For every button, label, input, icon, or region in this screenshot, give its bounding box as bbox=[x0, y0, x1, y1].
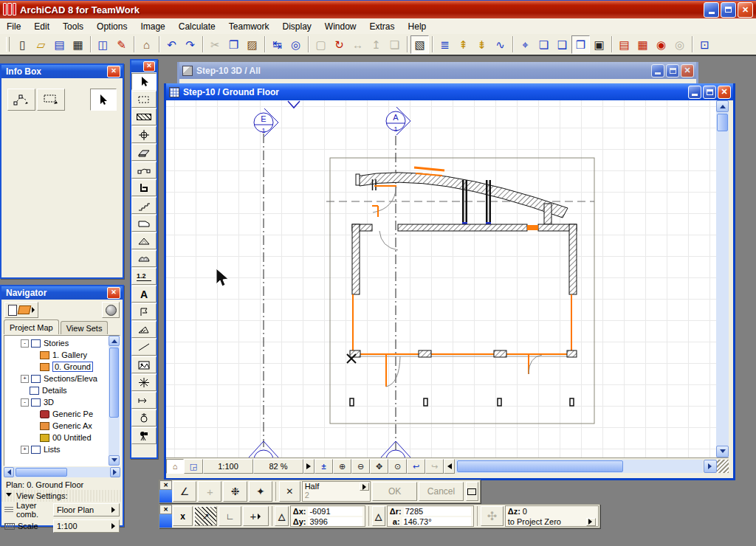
flyout-right-icon[interactable] bbox=[303, 459, 315, 474]
construction-list-icon[interactable]: ▦ bbox=[633, 35, 652, 54]
marquee-method-button[interactable] bbox=[37, 89, 65, 111]
tab-project-map[interactable]: Project Map bbox=[4, 319, 59, 334]
menu-teamwork[interactable]: Teamwork bbox=[222, 20, 276, 33]
tool-line[interactable] bbox=[131, 339, 157, 356]
tree-vertical-scrollbar[interactable] bbox=[109, 336, 120, 466]
tool-figure[interactable] bbox=[131, 356, 157, 373]
previous-zoom-icon[interactable]: ↩ bbox=[407, 459, 425, 474]
tree-item-generic-perspective[interactable]: Generic Pe bbox=[7, 408, 120, 420]
section-fill-icon[interactable]: ▧ bbox=[410, 35, 429, 54]
app-minimize-button[interactable] bbox=[704, 2, 719, 18]
window-ground-floor-title-bar[interactable]: Step-10 / Ground Floor ✕ bbox=[166, 83, 733, 100]
undo-icon[interactable]: ↶ bbox=[162, 35, 181, 54]
expander-icon[interactable]: + bbox=[21, 375, 29, 383]
right-stub-wall[interactable] bbox=[544, 204, 551, 224]
magic-wand-button[interactable]: ✦ bbox=[249, 481, 272, 502]
find-and-select-icon[interactable]: ↹ bbox=[268, 35, 286, 54]
zoom-percent-button[interactable]: 82 % bbox=[253, 459, 303, 474]
menu-tools[interactable]: Tools bbox=[56, 20, 90, 33]
tool-dimension[interactable]: 1.2 bbox=[131, 268, 157, 285]
tree-item-sections[interactable]: + Sections/Eleva bbox=[7, 373, 120, 384]
tree-item-stories[interactable]: - Stories bbox=[7, 337, 120, 349]
layer-comb-select[interactable]: Floor Plan bbox=[53, 503, 120, 516]
copy-icon[interactable]: ❐ bbox=[224, 35, 243, 54]
tree-item-3d[interactable]: - 3D bbox=[7, 396, 120, 408]
redo-icon[interactable]: ↷ bbox=[181, 35, 199, 54]
tab-view-sets[interactable]: View Sets bbox=[61, 321, 109, 334]
navigator-close-icon[interactable]: ✕ bbox=[107, 287, 120, 299]
resize-grip[interactable] bbox=[717, 460, 729, 473]
window-ground-floor[interactable]: Step-10 / Ground Floor ✕ bbox=[164, 83, 735, 480]
tool-hotspot[interactable] bbox=[131, 374, 157, 391]
menu-file[interactable]: File bbox=[0, 20, 27, 33]
rotate-icon[interactable]: ↻ bbox=[330, 35, 348, 54]
vertical-scroll-thumb[interactable] bbox=[717, 114, 728, 131]
tool-slab[interactable] bbox=[131, 215, 157, 232]
polar-coordinate-fields[interactable]: Δr:7285 a:146.73° bbox=[387, 505, 474, 527]
mark-up-icon[interactable]: ✎ bbox=[112, 35, 131, 54]
selection-method-button[interactable] bbox=[7, 89, 35, 111]
roof-band[interactable] bbox=[356, 167, 568, 218]
scroll-up-icon[interactable] bbox=[716, 100, 729, 112]
canvas-horizontal-scrollbar[interactable] bbox=[456, 460, 703, 473]
open-folder-icon[interactable]: ▱ bbox=[32, 35, 50, 54]
tree-scroll-left-icon[interactable] bbox=[4, 467, 14, 477]
fit-zoom-icon[interactable]: ⊙ bbox=[388, 459, 407, 474]
tool-window[interactable] bbox=[131, 162, 157, 179]
menu-image[interactable]: Image bbox=[134, 20, 171, 33]
print-icon[interactable]: ▦ bbox=[69, 35, 87, 54]
elevation-marker-a[interactable]: A 1 bbox=[386, 107, 410, 135]
tool-fill[interactable] bbox=[131, 321, 157, 338]
control-box-handle[interactable]: ✕ bbox=[159, 480, 172, 502]
tool-text[interactable]: A bbox=[131, 286, 157, 303]
paste-icon[interactable]: ▨ bbox=[243, 35, 261, 54]
upper-left-openings[interactable] bbox=[372, 179, 396, 217]
column-squares[interactable] bbox=[350, 398, 574, 406]
control-box-close-icon[interactable]: ✕ bbox=[159, 480, 172, 490]
snap-flyout-icon[interactable] bbox=[360, 483, 369, 491]
menu-calculate[interactable]: Calculate bbox=[172, 20, 222, 33]
horizontal-scroll-thumb[interactable] bbox=[457, 460, 623, 472]
zoom-in-icon[interactable]: ⊕ bbox=[333, 459, 351, 474]
snap-fraction-field[interactable]: Half 2 bbox=[302, 481, 371, 502]
flyout-left-icon[interactable] bbox=[444, 459, 455, 474]
window-step10-3d-title-bar[interactable]: Step-10 3D / All ✕ bbox=[179, 62, 696, 79]
zoom-to-selection-icon[interactable]: ◉ bbox=[652, 35, 670, 54]
front-minimize-button[interactable] bbox=[688, 86, 701, 99]
elevation-marker-e[interactable]: E 1 bbox=[254, 108, 278, 136]
tree-item-generic-axonometry[interactable]: Generic Ax bbox=[7, 420, 120, 432]
user-origin-icon[interactable]: ⌖ bbox=[516, 35, 535, 54]
xy-coordinate-fields[interactable]: Δx:-6091 Δy:3996 bbox=[290, 505, 365, 527]
info-box-title-bar[interactable]: Info Box ✕ bbox=[1, 65, 123, 78]
menu-extras[interactable]: Extras bbox=[363, 20, 402, 33]
zoom-options-icon[interactable]: ± bbox=[315, 459, 333, 474]
project-chooser-button[interactable] bbox=[4, 302, 38, 318]
control-box-collapse-button[interactable] bbox=[466, 482, 478, 501]
tool-marquee[interactable] bbox=[131, 91, 157, 108]
relative-xy-icon[interactable]: △ bbox=[275, 506, 288, 526]
story-settings-icon[interactable]: ≣ bbox=[436, 35, 454, 54]
tool-arrow[interactable] bbox=[131, 73, 157, 90]
tree-horizontal-scrollbar[interactable] bbox=[4, 467, 120, 477]
skewed-grid-button[interactable]: ∟ bbox=[219, 506, 241, 526]
app-maximize-button[interactable] bbox=[721, 2, 736, 18]
back-maximize-button[interactable] bbox=[666, 64, 679, 77]
photorender-icon[interactable]: ▣ bbox=[590, 35, 608, 54]
tree-item-details[interactable]: Details bbox=[7, 384, 120, 396]
toolbar-grip[interactable] bbox=[6, 37, 10, 52]
scroll-down-icon[interactable] bbox=[716, 446, 729, 457]
expander-icon[interactable]: - bbox=[21, 398, 29, 407]
tool-object[interactable] bbox=[131, 179, 157, 196]
tool-mesh[interactable] bbox=[131, 250, 157, 267]
3d-window-icon[interactable]: ❒ bbox=[571, 35, 590, 54]
tree-scroll-right-icon[interactable] bbox=[110, 467, 120, 477]
tool-label[interactable] bbox=[131, 303, 157, 320]
app-close-button[interactable]: ✕ bbox=[738, 2, 753, 18]
z-coordinate-field[interactable]: Δz:0 to Project Zero bbox=[505, 505, 599, 527]
tree-hscroll-thumb[interactable] bbox=[16, 468, 67, 477]
grid-snap-button[interactable]: ↗ bbox=[194, 506, 217, 526]
navigator-title-bar[interactable]: Navigator ✕ bbox=[1, 286, 123, 300]
tree-item-ground[interactable]: 0. Ground bbox=[7, 361, 120, 373]
user-origin-button[interactable]: x bbox=[173, 506, 193, 526]
menu-options[interactable]: Options bbox=[90, 20, 134, 33]
